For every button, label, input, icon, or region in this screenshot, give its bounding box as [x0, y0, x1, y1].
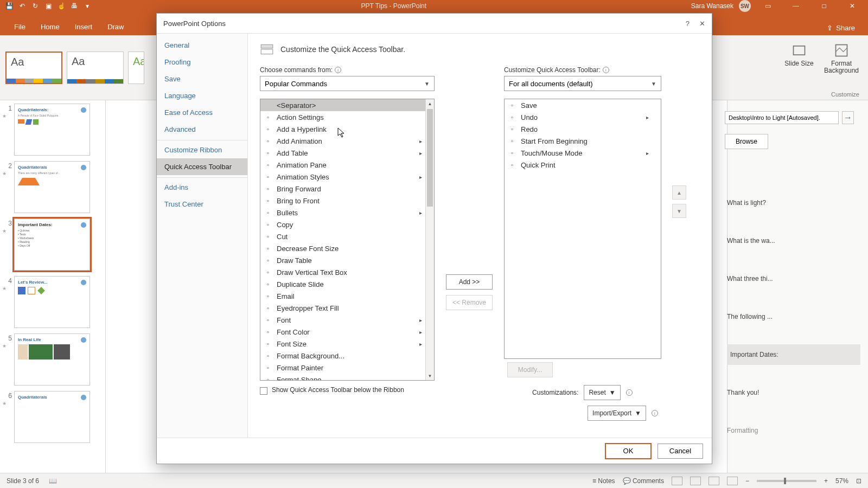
- theme-thumb[interactable]: Aa: [5, 52, 62, 84]
- slide-row[interactable]: 1★ Quadrilaterals:A Parade of Four-Sided…: [2, 104, 103, 156]
- info-icon[interactable]: i: [603, 67, 609, 73]
- modify-button[interactable]: Modify...: [507, 362, 553, 377]
- go-icon[interactable]: →: [842, 111, 854, 124]
- move-up-button[interactable]: ▲: [672, 185, 686, 200]
- command-item[interactable]: ▫Format Background...: [260, 350, 425, 362]
- command-item[interactable]: <Separator>: [260, 99, 425, 111]
- command-item[interactable]: ▫Animation Styles▸: [260, 171, 425, 183]
- fit-icon[interactable]: ⊡: [856, 477, 861, 485]
- qat-item[interactable]: ▫Undo▸: [505, 111, 652, 123]
- touch-icon[interactable]: ☝: [56, 1, 66, 11]
- qat-item[interactable]: ▫Start From Beginning: [505, 135, 652, 147]
- nav-trust[interactable]: Trust Center: [157, 196, 247, 213]
- command-item[interactable]: ▫Animation Pane: [260, 159, 425, 171]
- slide-row[interactable]: 5★ In Real Life: [2, 333, 103, 386]
- command-item[interactable]: ▫Eyedropper Text Fill: [260, 302, 425, 314]
- command-item[interactable]: ▫Cut: [260, 230, 425, 242]
- info-icon[interactable]: i: [626, 389, 633, 396]
- command-item[interactable]: ▫Bullets▸: [260, 207, 425, 219]
- reuse-item[interactable]: Important Dates:: [727, 344, 860, 365]
- scroll-down-icon[interactable]: ▼: [426, 371, 434, 380]
- qat-item[interactable]: ▫Save: [505, 99, 652, 111]
- reuse-item[interactable]: Thank you!: [727, 382, 860, 403]
- reuse-item[interactable]: What is light?: [727, 192, 860, 213]
- nav-save[interactable]: Save: [157, 70, 247, 87]
- commands-from-select[interactable]: Popular Commands▼: [260, 76, 435, 91]
- show-below-checkbox[interactable]: Show Quick Access Toolbar below the Ribb…: [260, 386, 423, 395]
- command-item[interactable]: ▫Add a Hyperlink: [260, 123, 425, 135]
- command-item[interactable]: ▫Format Painter: [260, 362, 425, 374]
- zoom-slider[interactable]: [757, 480, 816, 482]
- theme-thumb[interactable]: Aa: [128, 52, 144, 84]
- command-item[interactable]: ▫Draw Table: [260, 254, 425, 266]
- nav-ease[interactable]: Ease of Access: [157, 104, 247, 121]
- command-item[interactable]: ▫Font Color▸: [260, 326, 425, 338]
- sorter-view-icon[interactable]: [690, 477, 701, 485]
- reset-button[interactable]: Reset▼: [584, 385, 620, 400]
- slide-thumb[interactable]: QuadrilateralsThere are many different t…: [14, 161, 90, 213]
- slide-row[interactable]: 3★ Important Dates:• Quizzes• Tests• Wor…: [2, 219, 103, 271]
- qat-scope-select[interactable]: For all documents (default)▼: [504, 76, 661, 91]
- spell-icon[interactable]: 📖: [49, 477, 57, 485]
- command-item[interactable]: ▫Font Size▸: [260, 338, 425, 350]
- tab-home[interactable]: Home: [33, 18, 67, 35]
- ok-button[interactable]: OK: [605, 444, 651, 459]
- slide-thumb[interactable]: Quadrilaterals:A Parade of Four-Sided Po…: [14, 104, 90, 156]
- command-item[interactable]: ▫Bring Forward: [260, 183, 425, 195]
- scroll-up-icon[interactable]: ▲: [426, 99, 434, 108]
- reading-view-icon[interactable]: [709, 477, 719, 485]
- avatar[interactable]: SW: [739, 0, 751, 12]
- notes-button[interactable]: ≡ Notes: [592, 477, 615, 485]
- slide-row[interactable]: 2★ QuadrilateralsThere are many differen…: [2, 161, 103, 213]
- qat-item[interactable]: ▫Redo: [505, 123, 652, 135]
- info-icon[interactable]: i: [335, 67, 341, 73]
- undo-icon[interactable]: ↶: [17, 1, 27, 11]
- tab-file[interactable]: File: [7, 18, 33, 35]
- import-export-button[interactable]: Import/Export▼: [588, 406, 646, 421]
- add-button[interactable]: Add >>: [446, 274, 493, 290]
- slide-row[interactable]: 6★ Quadrilaterals: [2, 391, 103, 443]
- command-item[interactable]: ▫Copy: [260, 219, 425, 230]
- nav-advanced[interactable]: Advanced: [157, 121, 247, 138]
- dialog-close-icon[interactable]: ✕: [699, 20, 705, 28]
- command-item[interactable]: ▫Add Table▸: [260, 147, 425, 159]
- nav-language[interactable]: Language: [157, 87, 247, 104]
- command-item[interactable]: ▫Bring to Front: [260, 195, 425, 207]
- command-item[interactable]: ▫Add Animation▸: [260, 135, 425, 147]
- slide-thumb[interactable]: Important Dates:• Quizzes• Tests• Worksh…: [14, 219, 90, 271]
- qat-listbox[interactable]: ▫Save▫Undo▸▫Redo▫Start From Beginning▫To…: [504, 99, 661, 359]
- reuse-item[interactable]: What three thi...: [727, 268, 860, 289]
- slide-thumb[interactable]: Let's Review...: [14, 276, 90, 328]
- slide-thumb[interactable]: Quadrilaterals: [14, 391, 90, 443]
- command-item[interactable]: ▫Duplicate Slide: [260, 278, 425, 290]
- normal-view-icon[interactable]: [672, 477, 682, 485]
- browse-button[interactable]: Browse: [725, 134, 768, 149]
- qat-item[interactable]: ▫Touch/Mouse Mode▸: [505, 147, 652, 159]
- reuse-item[interactable]: Formatting: [727, 420, 860, 441]
- info-icon[interactable]: i: [652, 410, 658, 416]
- zoom-out-icon[interactable]: −: [745, 477, 749, 485]
- help-icon[interactable]: ?: [686, 20, 690, 28]
- command-item[interactable]: ▫Font▸: [260, 314, 425, 326]
- start-icon[interactable]: ▣: [43, 1, 53, 11]
- print-icon[interactable]: 🖶: [69, 1, 79, 11]
- move-down-button[interactable]: ▼: [672, 204, 686, 218]
- maximize-icon[interactable]: □: [813, 0, 835, 12]
- nav-general[interactable]: General: [157, 37, 247, 54]
- minimize-icon[interactable]: —: [784, 0, 807, 12]
- share-button[interactable]: ⇪ Share: [820, 21, 861, 35]
- scrollbar[interactable]: ▲ ▼: [425, 99, 434, 380]
- command-item[interactable]: ▫Format Shape: [260, 374, 425, 380]
- zoom-in-icon[interactable]: +: [824, 477, 828, 485]
- tab-insert[interactable]: Insert: [67, 18, 100, 35]
- reuse-item[interactable]: What is the wa...: [727, 230, 860, 251]
- tab-draw[interactable]: Draw: [100, 18, 131, 35]
- theme-gallery[interactable]: Aa Aa Aa: [0, 35, 150, 100]
- commands-listbox[interactable]: <Separator>▫Action Settings▫Add a Hyperl…: [260, 99, 435, 381]
- slide-row[interactable]: 4★ Let's Review...: [2, 276, 103, 328]
- reuse-item[interactable]: The following ...: [727, 306, 860, 327]
- slideshow-view-icon[interactable]: [727, 477, 738, 485]
- path-select[interactable]: Desktop\Intro to Light [Autosaved].: [725, 111, 839, 124]
- command-item[interactable]: ▫Email: [260, 290, 425, 302]
- nav-proofing[interactable]: Proofing: [157, 54, 247, 70]
